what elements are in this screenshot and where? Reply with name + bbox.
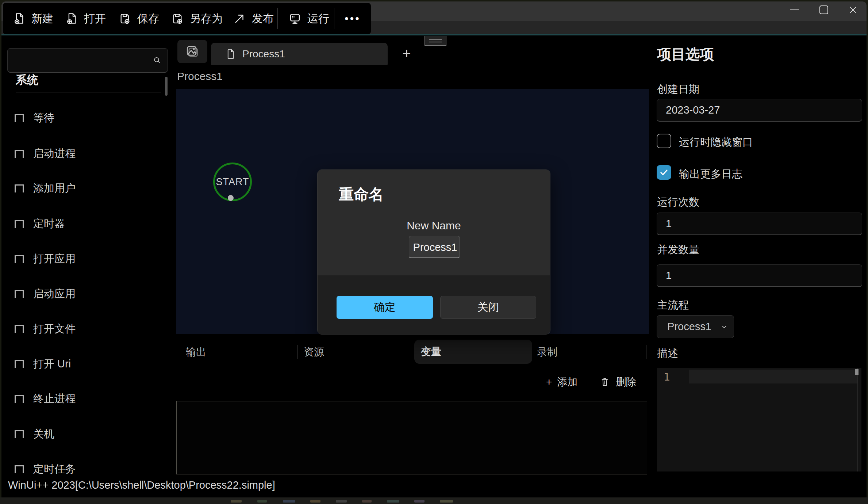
more-menu-button[interactable]: ••• (337, 3, 368, 34)
open-button[interactable]: 打开 (65, 3, 106, 34)
node-icon (15, 255, 24, 263)
editor-scrollbar-thumb[interactable] (855, 369, 859, 375)
close-button[interactable] (845, 1, 861, 18)
search-input[interactable] (8, 54, 153, 66)
sidebar-item-open-app[interactable]: 打开应用 (15, 251, 76, 267)
sidebar-item-wait[interactable]: 等待 (15, 110, 54, 126)
node-icon (15, 114, 24, 122)
sidebar-item-open-file[interactable]: 打开文件 (15, 321, 76, 337)
run-count-label: 运行次数 (657, 195, 699, 210)
delete-label: 删除 (616, 375, 636, 389)
dialog-footer: 确定 关闭 (318, 275, 550, 335)
new-name-label: New Name (318, 219, 550, 232)
sidebar-item-timer[interactable]: 定时器 (15, 216, 65, 232)
more-logs-label: 输出更多日志 (679, 167, 742, 182)
tab-variables[interactable]: 变量 (414, 340, 532, 364)
save-as-button[interactable]: 另存为 (170, 3, 223, 34)
sidebar-item-label: 关机 (33, 427, 54, 442)
ellipsis-icon: ••• (345, 12, 361, 25)
tab-resources[interactable]: 资源 (304, 345, 324, 359)
sidebar-item-open-uri[interactable]: 打开 Uri (15, 356, 71, 372)
panel-title: 项目选项 (657, 45, 714, 64)
concurrency-input[interactable] (657, 265, 862, 286)
save-button[interactable]: 保存 (118, 3, 159, 34)
sidebar-item-launch-app[interactable]: 启动应用 (15, 286, 76, 302)
photo-stack-icon (184, 43, 200, 60)
new-name-input[interactable] (409, 236, 461, 258)
minimize-button[interactable] (786, 1, 803, 18)
concurrency-label: 并发数量 (657, 243, 699, 257)
add-tab-button[interactable]: + (398, 45, 415, 62)
plus-icon: + (402, 45, 411, 62)
file-open-icon (65, 12, 78, 26)
sidebar-item-add-user[interactable]: 添加用户 (15, 180, 76, 196)
tab-label: 录制 (537, 346, 557, 358)
save-icon (118, 12, 132, 26)
close-icon (848, 5, 858, 15)
run-button[interactable]: 运行 (288, 3, 329, 34)
node-icon (15, 184, 24, 192)
tab-label: Process1 (242, 48, 285, 60)
more-logs-checkbox[interactable] (657, 165, 671, 180)
main-process-label: 主流程 (657, 298, 689, 313)
toolbar-item-label: 打开 (84, 11, 106, 26)
tab-output[interactable]: 输出 (186, 345, 206, 359)
node-icon (15, 220, 24, 228)
editor-scrollbar-track (857, 368, 858, 471)
sidebar-item-label: 打开文件 (33, 322, 76, 336)
chevron-down-icon (719, 322, 729, 332)
add-variable-button[interactable]: + 添加 (546, 375, 577, 389)
created-date-field (657, 99, 862, 122)
new-button[interactable]: 新建 (12, 3, 53, 34)
search-icon (153, 54, 162, 66)
start-node-port[interactable] (228, 195, 234, 201)
toolbar-item-label: 保存 (137, 11, 159, 26)
sidebar-item-kill-process[interactable]: 终止进程 (15, 391, 76, 407)
node-icon (15, 430, 24, 438)
sidebar-item-start-process[interactable]: 启动进程 (15, 146, 76, 162)
sidebar-item-shutdown[interactable]: 关机 (15, 426, 54, 442)
tab-process1[interactable]: Process1 (211, 43, 388, 65)
taskbar-icon (310, 500, 320, 503)
tab-label: 输出 (186, 346, 206, 358)
node-icon (15, 465, 24, 473)
file-plus-icon (12, 12, 26, 26)
sidebar-section-title: 系统 (16, 72, 38, 88)
maximize-button[interactable] (815, 1, 832, 18)
hide-window-checkbox[interactable] (657, 134, 671, 148)
sidebar-item-label: 定时任务 (33, 462, 76, 477)
sidebar-item-label: 启动应用 (33, 287, 76, 301)
sidebar-item-scheduled-task[interactable]: 定时任务 (15, 461, 76, 477)
drag-handle[interactable] (425, 36, 446, 46)
close-dialog-button[interactable]: 关闭 (440, 296, 536, 319)
rename-dialog: 重命名 New Name 确定 关闭 (317, 169, 550, 335)
dialog-body: 重命名 New Name (318, 170, 550, 275)
description-label: 描述 (657, 346, 678, 361)
description-editor[interactable]: 1 (657, 368, 861, 471)
toolbar: 新建 打开 保存 另存为 (3, 3, 371, 34)
ok-button[interactable]: 确定 (337, 296, 433, 319)
toolbar-item-label: 运行 (307, 11, 329, 26)
search-box (7, 48, 168, 73)
run-count-input[interactable] (657, 213, 862, 234)
created-date-input[interactable] (657, 99, 862, 121)
tab-record[interactable]: 录制 (537, 345, 557, 359)
taskbar-icon (257, 500, 267, 503)
sidebar-item-label: 打开 Uri (33, 357, 71, 371)
hide-window-label: 运行时隐藏窗口 (679, 135, 753, 150)
add-label: 添加 (557, 375, 577, 389)
save-as-icon (170, 12, 184, 26)
variables-table[interactable] (176, 401, 647, 474)
publish-button[interactable]: 发布 (233, 3, 274, 34)
toolbar-item-label: 发布 (252, 11, 274, 26)
tab-label: 资源 (304, 346, 324, 358)
taskbar-icon (362, 500, 372, 503)
delete-variable-button[interactable]: 删除 (599, 375, 636, 389)
sidebar-item-label: 等待 (33, 111, 54, 125)
taskbar-icon (336, 500, 347, 503)
image-view-button[interactable] (177, 40, 207, 63)
sidebar-scrollbar[interactable] (165, 77, 168, 96)
node-icon (15, 290, 24, 298)
main-process-dropdown[interactable]: Process1 (657, 315, 734, 338)
taskbar[interactable] (0, 497, 868, 504)
